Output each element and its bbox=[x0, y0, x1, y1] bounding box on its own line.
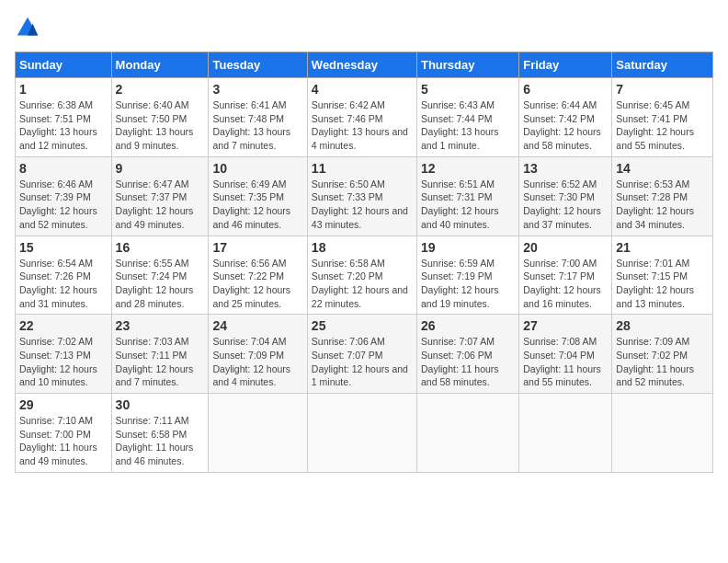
page-header bbox=[15, 15, 713, 40]
col-header-saturday: Saturday bbox=[612, 52, 713, 78]
day-number: 22 bbox=[19, 318, 108, 333]
calendar-cell: 14 Sunrise: 6:53 AMSunset: 7:28 PMDaylig… bbox=[612, 156, 713, 236]
col-header-tuesday: Tuesday bbox=[209, 52, 307, 78]
col-header-thursday: Thursday bbox=[416, 52, 518, 78]
day-number: 28 bbox=[616, 318, 709, 333]
calendar-cell: 18 Sunrise: 6:58 AMSunset: 7:20 PMDaylig… bbox=[307, 236, 416, 315]
day-info: Sunrise: 7:01 AMSunset: 7:15 PMDaylight:… bbox=[616, 257, 709, 311]
day-number: 23 bbox=[116, 318, 205, 333]
col-header-friday: Friday bbox=[519, 52, 612, 78]
day-number: 26 bbox=[421, 318, 515, 333]
calendar-cell: 19 Sunrise: 6:59 AMSunset: 7:19 PMDaylig… bbox=[416, 236, 518, 315]
col-header-wednesday: Wednesday bbox=[307, 52, 416, 78]
day-info: Sunrise: 7:08 AMSunset: 7:04 PMDaylight:… bbox=[523, 335, 608, 389]
day-number: 25 bbox=[312, 318, 413, 333]
col-header-monday: Monday bbox=[111, 52, 209, 78]
day-number: 5 bbox=[421, 82, 515, 97]
day-info: Sunrise: 7:10 AMSunset: 7:00 PMDaylight:… bbox=[19, 414, 108, 468]
calendar-cell: 13 Sunrise: 6:52 AMSunset: 7:30 PMDaylig… bbox=[519, 156, 612, 236]
day-info: Sunrise: 6:40 AMSunset: 7:50 PMDaylight:… bbox=[116, 98, 205, 153]
day-number: 30 bbox=[116, 397, 205, 412]
day-info: Sunrise: 6:55 AMSunset: 7:24 PMDaylight:… bbox=[116, 257, 205, 311]
calendar-cell: 16 Sunrise: 6:55 AMSunset: 7:24 PMDaylig… bbox=[111, 236, 209, 315]
day-number: 2 bbox=[116, 82, 205, 97]
day-info: Sunrise: 6:42 AMSunset: 7:46 PMDaylight:… bbox=[312, 98, 413, 153]
day-info: Sunrise: 6:51 AMSunset: 7:31 PMDaylight:… bbox=[421, 178, 515, 232]
day-info: Sunrise: 6:53 AMSunset: 7:28 PMDaylight:… bbox=[616, 178, 709, 232]
calendar-cell: 2 Sunrise: 6:40 AMSunset: 7:50 PMDayligh… bbox=[111, 78, 209, 157]
calendar-cell: 10 Sunrise: 6:49 AMSunset: 7:35 PMDaylig… bbox=[209, 156, 307, 236]
calendar-cell: 15 Sunrise: 6:54 AMSunset: 7:26 PMDaylig… bbox=[16, 236, 112, 315]
day-info: Sunrise: 6:49 AMSunset: 7:35 PMDaylight:… bbox=[212, 178, 302, 232]
calendar-cell: 20 Sunrise: 7:00 AMSunset: 7:17 PMDaylig… bbox=[519, 236, 612, 315]
calendar-cell: 9 Sunrise: 6:47 AMSunset: 7:37 PMDayligh… bbox=[111, 156, 209, 236]
day-number: 13 bbox=[523, 161, 608, 176]
day-info: Sunrise: 7:09 AMSunset: 7:02 PMDaylight:… bbox=[616, 335, 709, 389]
day-number: 24 bbox=[212, 318, 302, 333]
day-number: 8 bbox=[19, 161, 108, 176]
day-info: Sunrise: 6:52 AMSunset: 7:30 PMDaylight:… bbox=[523, 178, 608, 232]
day-info: Sunrise: 6:38 AMSunset: 7:51 PMDaylight:… bbox=[19, 98, 108, 153]
day-info: Sunrise: 6:41 AMSunset: 7:48 PMDaylight:… bbox=[212, 98, 302, 153]
calendar-cell: 23 Sunrise: 7:03 AMSunset: 7:11 PMDaylig… bbox=[111, 315, 209, 394]
day-info: Sunrise: 7:11 AMSunset: 6:58 PMDaylight:… bbox=[116, 414, 205, 468]
day-number: 16 bbox=[116, 240, 205, 255]
calendar-cell bbox=[519, 394, 612, 473]
col-header-sunday: Sunday bbox=[16, 52, 112, 78]
day-number: 17 bbox=[212, 240, 302, 255]
day-number: 4 bbox=[312, 82, 413, 97]
calendar-cell: 25 Sunrise: 7:06 AMSunset: 7:07 PMDaylig… bbox=[307, 315, 416, 394]
day-info: Sunrise: 6:59 AMSunset: 7:19 PMDaylight:… bbox=[421, 257, 515, 311]
day-number: 14 bbox=[616, 161, 709, 176]
day-info: Sunrise: 7:02 AMSunset: 7:13 PMDaylight:… bbox=[19, 335, 108, 389]
day-number: 29 bbox=[19, 397, 108, 412]
day-info: Sunrise: 6:44 AMSunset: 7:42 PMDaylight:… bbox=[523, 98, 608, 153]
calendar-cell: 7 Sunrise: 6:45 AMSunset: 7:41 PMDayligh… bbox=[612, 78, 713, 157]
day-info: Sunrise: 6:54 AMSunset: 7:26 PMDaylight:… bbox=[19, 257, 108, 311]
day-number: 20 bbox=[523, 240, 608, 255]
calendar-cell: 30 Sunrise: 7:11 AMSunset: 6:58 PMDaylig… bbox=[111, 394, 209, 473]
calendar-cell: 4 Sunrise: 6:42 AMSunset: 7:46 PMDayligh… bbox=[307, 78, 416, 157]
calendar-cell: 26 Sunrise: 7:07 AMSunset: 7:06 PMDaylig… bbox=[416, 315, 518, 394]
day-number: 6 bbox=[523, 82, 608, 97]
day-number: 18 bbox=[312, 240, 413, 255]
day-info: Sunrise: 7:00 AMSunset: 7:17 PMDaylight:… bbox=[523, 257, 608, 311]
day-number: 1 bbox=[19, 82, 108, 97]
calendar-cell: 1 Sunrise: 6:38 AMSunset: 7:51 PMDayligh… bbox=[16, 78, 112, 157]
calendar-cell bbox=[209, 394, 307, 473]
day-info: Sunrise: 6:46 AMSunset: 7:39 PMDaylight:… bbox=[19, 178, 108, 232]
calendar-cell bbox=[307, 394, 416, 473]
calendar-cell: 5 Sunrise: 6:43 AMSunset: 7:44 PMDayligh… bbox=[416, 78, 518, 157]
calendar-table: SundayMondayTuesdayWednesdayThursdayFrid… bbox=[15, 52, 713, 473]
day-number: 10 bbox=[212, 161, 302, 176]
day-number: 27 bbox=[523, 318, 608, 333]
calendar-cell: 3 Sunrise: 6:41 AMSunset: 7:48 PMDayligh… bbox=[209, 78, 307, 157]
day-number: 3 bbox=[212, 82, 302, 97]
calendar-cell: 6 Sunrise: 6:44 AMSunset: 7:42 PMDayligh… bbox=[519, 78, 612, 157]
day-info: Sunrise: 7:04 AMSunset: 7:09 PMDaylight:… bbox=[212, 335, 302, 389]
calendar-cell: 27 Sunrise: 7:08 AMSunset: 7:04 PMDaylig… bbox=[519, 315, 612, 394]
calendar-cell: 17 Sunrise: 6:56 AMSunset: 7:22 PMDaylig… bbox=[209, 236, 307, 315]
day-number: 9 bbox=[116, 161, 205, 176]
day-info: Sunrise: 6:58 AMSunset: 7:20 PMDaylight:… bbox=[312, 257, 413, 311]
day-number: 12 bbox=[421, 161, 515, 176]
logo bbox=[15, 15, 44, 40]
day-info: Sunrise: 7:03 AMSunset: 7:11 PMDaylight:… bbox=[116, 335, 205, 389]
logo-icon bbox=[15, 15, 40, 40]
day-number: 21 bbox=[616, 240, 709, 255]
day-info: Sunrise: 6:43 AMSunset: 7:44 PMDaylight:… bbox=[421, 98, 515, 153]
calendar-cell: 22 Sunrise: 7:02 AMSunset: 7:13 PMDaylig… bbox=[16, 315, 112, 394]
day-number: 19 bbox=[421, 240, 515, 255]
day-number: 15 bbox=[19, 240, 108, 255]
calendar-cell: 12 Sunrise: 6:51 AMSunset: 7:31 PMDaylig… bbox=[416, 156, 518, 236]
day-info: Sunrise: 7:06 AMSunset: 7:07 PMDaylight:… bbox=[312, 335, 413, 389]
day-info: Sunrise: 6:47 AMSunset: 7:37 PMDaylight:… bbox=[116, 178, 205, 232]
day-info: Sunrise: 6:50 AMSunset: 7:33 PMDaylight:… bbox=[312, 178, 413, 232]
calendar-cell: 8 Sunrise: 6:46 AMSunset: 7:39 PMDayligh… bbox=[16, 156, 112, 236]
calendar-cell: 28 Sunrise: 7:09 AMSunset: 7:02 PMDaylig… bbox=[612, 315, 713, 394]
calendar-cell: 24 Sunrise: 7:04 AMSunset: 7:09 PMDaylig… bbox=[209, 315, 307, 394]
day-number: 7 bbox=[616, 82, 709, 97]
calendar-cell: 29 Sunrise: 7:10 AMSunset: 7:00 PMDaylig… bbox=[16, 394, 112, 473]
calendar-cell: 11 Sunrise: 6:50 AMSunset: 7:33 PMDaylig… bbox=[307, 156, 416, 236]
day-number: 11 bbox=[312, 161, 413, 176]
